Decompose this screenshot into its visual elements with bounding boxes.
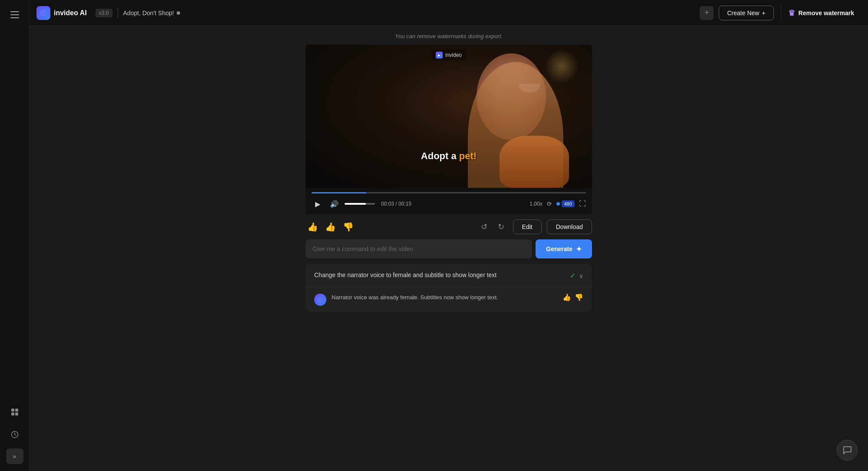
crown-icon: ♛ [788,8,795,18]
watermark-notice: You can remove watermarks during export. [395,33,503,39]
header-divider [118,8,118,18]
hamburger-menu[interactable] [7,7,23,23]
svg-point-6 [318,297,323,302]
thumbs-down-button[interactable]: 👎 [341,220,355,234]
response-actions: 👍 👎 [562,293,583,301]
version-badge: v3.0 [95,9,112,17]
response-avatar [314,294,326,306]
quality-indicator-icon [556,202,560,206]
sidebar-grid-icon[interactable] [6,403,23,421]
action-bar: 👍 👍 👎 ↺ ↻ Edit Download [306,214,592,239]
generate-label: Generate [546,245,572,252]
content-area: You can remove watermarks during export.… [30,26,868,471]
response-thumbs-down[interactable]: 👎 [575,293,583,301]
video-subtitle: Adopt a pet! [421,150,477,162]
feedback-buttons: 👍 👍 👎 [306,220,355,234]
redo-button[interactable]: ↻ [494,220,508,233]
quality-badge: 480 [562,200,575,207]
command-area: Generate ✦ [306,239,592,258]
video-player: ▶ invideo Adopt a pet! ▶ 🔊 00:03 / [306,45,592,214]
create-new-plus-icon: + [762,10,765,16]
volume-button[interactable]: 🔊 [328,198,340,210]
chat-command-actions: ✓ ∨ [570,271,583,280]
speed-button[interactable]: 1.00x [529,201,542,207]
check-icon: ✓ [570,271,575,280]
command-input[interactable] [306,239,532,258]
svg-rect-0 [11,409,14,412]
progress-bar[interactable] [312,192,586,193]
subtitle-highlight-part: pet! [459,150,477,161]
video-frame: ▶ invideo Adopt a pet! [306,45,592,188]
undo-button[interactable]: ↺ [477,220,491,233]
add-tab-button[interactable]: + [700,6,713,20]
play-button[interactable]: ▶ [312,198,324,210]
progress-bar-fill [312,192,366,193]
svg-point-5 [39,9,47,17]
subtitle-white-part: Adopt a [421,150,459,161]
project-title-text: Adopt, Don't Shop! [123,10,174,16]
sidebar: » [0,0,30,471]
app-logo-icon [36,6,50,20]
create-new-button[interactable]: Create New + [719,6,773,20]
edit-button[interactable]: Edit [513,219,542,234]
logo-area: invideo AI [36,6,87,20]
sidebar-history-icon[interactable] [6,426,23,443]
app-name: invideo AI [54,9,87,17]
svg-rect-2 [11,412,14,415]
response-thumbs-up[interactable]: 👍 [562,293,571,301]
loop-button[interactable]: ⟳ [547,200,552,207]
watermark-text: invideo [445,52,462,58]
thumbs-up-button[interactable]: 👍 [323,220,338,234]
main-content: invideo AI v3.0 Adopt, Don't Shop! + Cre… [30,0,868,471]
video-light [544,49,579,84]
remove-watermark-label: Remove watermark [799,10,854,16]
expand-cmd-icon[interactable]: ∨ [579,272,583,279]
svg-rect-1 [15,409,18,412]
volume-slider[interactable] [345,203,375,205]
time-display: 00:03 / 00:15 [381,201,411,207]
watermark-logo: ▶ [436,52,443,59]
fullscreen-button[interactable]: ⛶ [579,200,586,208]
sparkle-icon: ✦ [576,245,582,253]
video-watermark: ▶ invideo [431,50,466,60]
controls-row: ▶ 🔊 00:03 / 00:15 1.00x ⟳ 480 ⛶ [312,198,586,210]
undo-redo-buttons: ↺ ↻ [477,220,508,233]
thumbs-up-filled-button[interactable]: 👍 [306,220,320,234]
project-title-area: Adopt, Don't Shop! [123,10,695,16]
header: invideo AI v3.0 Adopt, Don't Shop! + Cre… [30,0,868,26]
generate-button[interactable]: Generate ✦ [536,239,592,258]
video-controls: ▶ 🔊 00:03 / 00:15 1.00x ⟳ 480 ⛶ [306,188,592,214]
chat-command-item: Change the narrator voice to female and … [306,264,592,287]
chat-support-bubble[interactable] [837,440,858,461]
svg-rect-3 [15,412,18,415]
chat-history: Change the narrator voice to female and … [306,264,592,312]
quality-container: 480 [556,200,575,207]
download-button[interactable]: Download [547,219,592,234]
volume-fill [345,203,366,205]
chat-command-text: Change the narrator voice to female and … [314,271,565,280]
title-indicator-icon [177,11,180,15]
remove-watermark-button[interactable]: ♛ Remove watermark [781,5,861,21]
sidebar-expand-btn[interactable]: » [6,448,23,464]
video-dog [500,136,569,188]
chat-response-item: Narrator voice was already female. Subti… [306,287,592,312]
expand-chevron-icon: » [13,453,16,460]
create-new-label: Create New [727,10,759,16]
response-text: Narrator voice was already female. Subti… [332,293,557,302]
